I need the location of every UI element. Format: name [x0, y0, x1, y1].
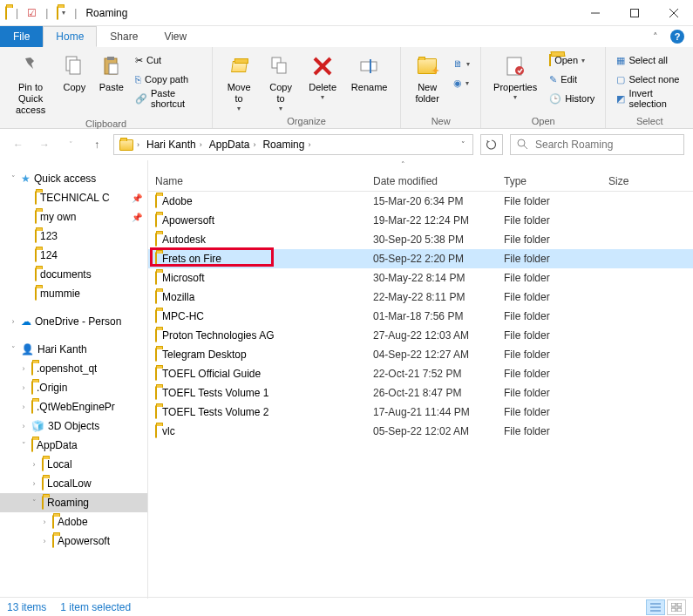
cut-button[interactable]: ✂Cut — [132, 51, 205, 70]
tree-item[interactable]: ›.QtWebEnginePr — [0, 397, 147, 416]
tree-item[interactable]: 123 — [0, 227, 147, 246]
tree-item[interactable]: mummie — [0, 284, 147, 303]
tree-item[interactable]: ˅AppData — [0, 436, 147, 455]
tab-share[interactable]: Share — [97, 26, 151, 47]
table-row[interactable]: TOEFL Tests Volume 1 26-Oct-21 8:47 PM F… — [148, 383, 693, 403]
table-row[interactable]: Adobe 15-Mar-20 6:34 PM File folder — [148, 192, 693, 211]
table-row[interactable]: Microsoft 30-May-22 8:14 PM File folder — [148, 268, 693, 288]
tab-view[interactable]: View — [151, 26, 200, 47]
new-item-button[interactable]: 🗎▾ — [450, 54, 473, 73]
pin-icon: 📌 — [132, 193, 142, 203]
help-icon[interactable]: ? — [670, 30, 684, 44]
table-row[interactable]: vlc 05-Sep-22 12:02 AM File folder — [148, 422, 693, 441]
tree-item[interactable]: ›.Origin — [0, 378, 147, 397]
breadcrumb-item[interactable]: Hari Kanth › — [143, 139, 206, 151]
breadcrumb-item[interactable]: AppData › — [206, 139, 260, 151]
file-name: vlc — [162, 425, 175, 437]
tree-item[interactable]: ›Apowersoft — [0, 531, 147, 551]
file-type: File folder — [497, 349, 601, 361]
table-row[interactable]: Frets on Fire 05-Sep-22 2:20 PM File fol… — [148, 249, 693, 268]
breadcrumb[interactable]: › Hari Kanth › AppData › Roaming › ˅ — [113, 134, 473, 155]
tree-label: 124 — [40, 249, 58, 261]
folder-icon — [31, 439, 33, 451]
back-button[interactable]: ← — [9, 135, 28, 154]
file-type: File folder — [497, 425, 601, 437]
table-row[interactable]: TOEFL Tests Volume 2 17-Aug-21 11:44 PM … — [148, 403, 693, 422]
tree-item[interactable]: ›🧊3D Objects — [0, 416, 147, 436]
svg-rect-25 — [677, 608, 682, 612]
edit-button[interactable]: ✎Edit — [546, 70, 598, 89]
qat-dropdown-icon[interactable]: ▾ — [62, 9, 65, 17]
tree-item[interactable]: ›Local — [0, 455, 147, 474]
tree-item[interactable]: ˅Roaming — [0, 493, 147, 512]
table-row[interactable]: TOEFL Official Guide 22-Oct-21 7:52 PM F… — [148, 364, 693, 383]
navigation-pane[interactable]: ˅★Quick accessTECHNICAL C📌my own📌123124d… — [0, 160, 148, 599]
file-name: MPC-HC — [162, 310, 204, 322]
table-row[interactable]: Proton Technologies AG 27-Aug-22 12:03 A… — [148, 326, 693, 345]
tree-item[interactable]: my own📌 — [0, 207, 147, 227]
column-name[interactable]: Name — [148, 175, 366, 187]
item-count: 13 items — [7, 601, 46, 613]
pin-icon: 📌 — [132, 213, 142, 222]
tree-label: .Origin — [37, 382, 67, 394]
file-type: File folder — [497, 214, 601, 227]
qat-properties-icon[interactable]: ☑ — [27, 7, 37, 19]
select-all-button[interactable]: ▦Select all — [613, 51, 686, 70]
tree-item[interactable]: ›Adobe — [0, 512, 147, 531]
tree-item[interactable]: documents — [0, 265, 147, 284]
breadcrumb-item[interactable]: Roaming › — [259, 139, 314, 151]
search-box[interactable] — [510, 134, 684, 155]
pin-to-quick-access-button[interactable]: Pin to Quick access — [7, 49, 54, 117]
tree-item[interactable]: ›.openshot_qt — [0, 359, 147, 378]
chevron-down-icon[interactable]: ˅ — [461, 140, 471, 149]
recent-locations-button[interactable]: ˅ — [61, 135, 80, 154]
file-date: 17-Aug-21 11:44 PM — [366, 406, 497, 418]
file-name: Telegram Desktop — [162, 349, 247, 361]
new-folder-button[interactable]: ✦ New folder — [408, 49, 446, 105]
copy-button[interactable]: Copy — [58, 49, 91, 93]
minimize-button[interactable] — [575, 0, 615, 26]
search-input[interactable] — [535, 139, 678, 151]
table-row[interactable]: MPC-HC 01-Mar-18 7:56 PM File folder — [148, 307, 693, 326]
close-button[interactable] — [654, 0, 693, 26]
invert-selection-button[interactable]: ◩Invert selection — [613, 89, 686, 108]
tree-item[interactable]: ›LocalLow — [0, 474, 147, 493]
paste-shortcut-button[interactable]: 🔗Paste shortcut — [132, 89, 205, 108]
column-date[interactable]: Date modified — [366, 175, 497, 187]
tree-item[interactable]: 124 — [0, 246, 147, 265]
thumbnails-view-button[interactable] — [667, 599, 686, 615]
refresh-button[interactable] — [480, 134, 503, 155]
folder-icon — [35, 192, 37, 204]
maximize-button[interactable] — [615, 0, 654, 26]
tab-home[interactable]: Home — [43, 26, 97, 47]
column-headers[interactable]: Name Date modified Type Size — [148, 171, 693, 192]
tab-file[interactable]: File — [0, 26, 43, 47]
open-button[interactable]: Open ▾ — [546, 51, 598, 70]
table-row[interactable]: Autodesk 30-Sep-20 5:38 PM File folder — [148, 230, 693, 249]
delete-button[interactable]: Delete▾ — [303, 49, 342, 102]
ribbon-tabs: File Home Share View ˄ ? — [0, 26, 693, 47]
details-view-button[interactable] — [646, 599, 665, 615]
copy-to-button[interactable]: Copy to▾ — [262, 49, 300, 113]
table-row[interactable]: Apowersoft 19-Mar-22 12:24 PM File folde… — [148, 211, 693, 230]
forward-button[interactable]: → — [35, 135, 54, 154]
column-type[interactable]: Type — [497, 175, 601, 187]
table-row[interactable]: Telegram Desktop 04-Sep-22 12:27 AM File… — [148, 345, 693, 364]
easy-access-button[interactable]: ◉▾ — [450, 73, 473, 92]
open-icon — [549, 55, 551, 65]
ribbon-collapse-icon[interactable]: ˄ — [653, 31, 658, 43]
rename-button[interactable]: Rename — [345, 49, 393, 93]
paste-button[interactable]: Paste — [95, 49, 128, 93]
tree-item[interactable]: ›☁OneDrive - Person — [0, 312, 147, 331]
move-to-button[interactable]: Move to▾ — [220, 49, 258, 113]
properties-button[interactable]: Properties▾ — [488, 49, 542, 102]
tree-item[interactable]: ˅👤Hari Kanth — [0, 340, 147, 359]
select-none-button[interactable]: ▢Select none — [613, 70, 686, 89]
copy-path-button[interactable]: ⎘Copy path — [132, 70, 205, 89]
up-button[interactable]: ↑ — [87, 135, 106, 154]
tree-item[interactable]: ˅★Quick access — [0, 169, 147, 188]
history-button[interactable]: 🕒History — [546, 89, 598, 108]
table-row[interactable]: Mozilla 22-May-22 8:11 PM File folder — [148, 288, 693, 307]
tree-item[interactable]: TECHNICAL C📌 — [0, 188, 147, 207]
column-size[interactable]: Size — [601, 175, 693, 187]
